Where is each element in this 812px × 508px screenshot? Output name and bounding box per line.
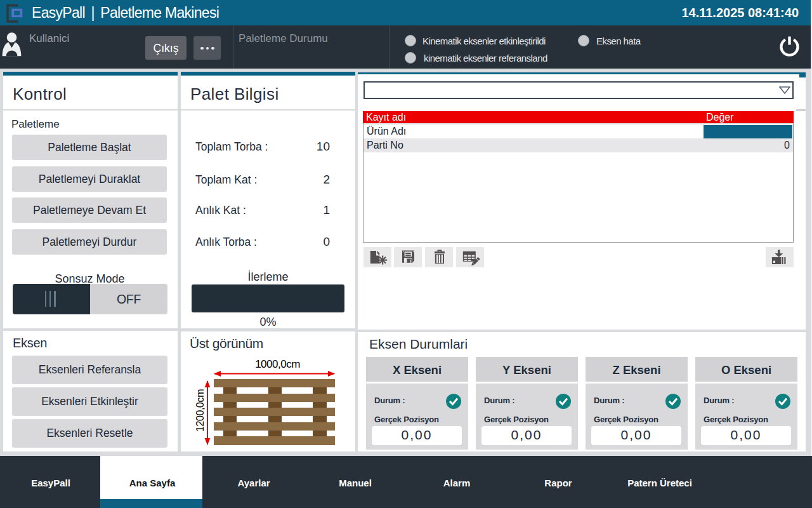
- svg-text:1200,0cm: 1200,0cm: [195, 389, 206, 432]
